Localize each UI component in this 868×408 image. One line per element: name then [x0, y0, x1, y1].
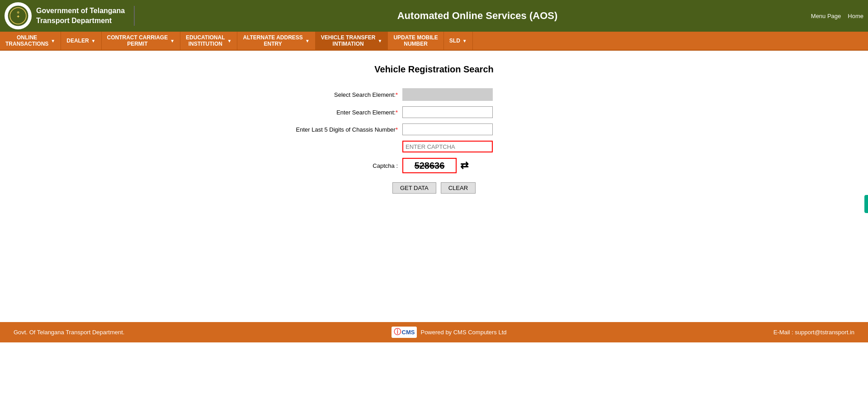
enter-search-element-label: Enter Search Element:*: [276, 109, 402, 116]
captcha-input-row: [276, 141, 592, 152]
dropdown-arrow: ▼: [462, 38, 467, 43]
captcha-refresh-icon[interactable]: ⇄: [460, 160, 468, 171]
nav-educational-institution[interactable]: EDUCATIONALINSTITUTION ▼: [180, 32, 237, 50]
logo: ✦ ☸: [5, 2, 32, 29]
dropdown-arrow: ▼: [51, 38, 55, 43]
main-content: Vehicle Registration Search Select Searc…: [0, 51, 868, 322]
required-marker: *: [396, 109, 398, 116]
footer-center: ⓘ CMS Powered by CMS Computers Ltd: [392, 327, 507, 338]
captcha-input-control: [402, 141, 592, 152]
captcha-value: 528636: [415, 161, 445, 171]
captcha-input[interactable]: [402, 141, 493, 152]
header-links: Menu Page Home: [811, 13, 863, 19]
search-form: Select Search Element:* Enter Search Ele…: [0, 88, 868, 194]
menu-page-link[interactable]: Menu Page: [811, 13, 841, 19]
cms-text: CMS: [402, 329, 415, 336]
nav-contract-carriage-permit[interactable]: CONTRACT CARRIAGEPERMIT ▼: [102, 32, 181, 50]
cms-icon: ⓘ: [394, 327, 401, 337]
dropdown-arrow: ▼: [227, 38, 232, 43]
chassis-number-row: Enter Last 5 Digits of Chassis Number*: [276, 123, 592, 135]
nav-online-transactions[interactable]: ONLINETRANSACTIONS ▼: [0, 32, 61, 50]
enter-search-element-input[interactable]: [402, 106, 493, 118]
footer-center-text: Powered by CMS Computers Ltd: [420, 329, 506, 336]
chassis-number-input[interactable]: [402, 123, 493, 135]
required-marker: *: [396, 91, 398, 98]
svg-text:☸: ☸: [17, 11, 19, 14]
navbar: ONLINETRANSACTIONS ▼ DEALER ▼ CONTRACT C…: [0, 32, 868, 51]
captcha-display-row: Captcha : 528636 ⇄: [276, 158, 592, 173]
chassis-number-control: [402, 123, 592, 135]
captcha-box: 528636 ⇄: [402, 158, 468, 173]
select-search-element-row: Select Search Element:*: [276, 88, 592, 101]
nav-sld[interactable]: SLD ▼: [444, 32, 473, 50]
select-search-element-control: [402, 88, 592, 101]
scroll-indicator: [864, 195, 868, 213]
dropdown-arrow: ▼: [377, 38, 382, 43]
cms-logo: ⓘ CMS: [392, 327, 417, 338]
nav-update-mobile-number[interactable]: UPDATE MOBILENUMBER: [388, 32, 443, 50]
footer-right-text: E-Mail : support@tstransport.in: [774, 329, 854, 336]
enter-search-element-control: [402, 106, 592, 118]
dropdown-arrow: ▼: [170, 38, 175, 43]
captcha-display: 528636: [402, 158, 457, 173]
enter-search-element-row: Enter Search Element:*: [276, 106, 592, 118]
header: ✦ ☸ Government of Telangana Transport De…: [0, 0, 868, 32]
department-name: Government of Telangana Transport Depart…: [36, 6, 135, 26]
form-buttons: GET DATA CLEAR: [392, 182, 476, 194]
nav-alternate-address-entry[interactable]: ALTERNATE ADDRESSENTRY ▼: [237, 32, 315, 50]
dropdown-arrow: ▼: [305, 38, 310, 43]
nav-vehicle-transfer-intimation[interactable]: VEHICLE TRANSFERINTIMATION ▼: [316, 32, 388, 50]
chassis-number-label: Enter Last 5 Digits of Chassis Number*: [276, 126, 402, 133]
select-search-element-label: Select Search Element:*: [276, 91, 402, 98]
captcha-label: Captcha :: [276, 162, 402, 169]
required-marker: *: [396, 126, 398, 133]
home-link[interactable]: Home: [848, 13, 863, 19]
footer-left-text: Govt. Of Telangana Transport Department.: [14, 329, 124, 336]
dropdown-arrow: ▼: [91, 38, 96, 43]
svg-text:✦: ✦: [16, 14, 20, 19]
app-title: Automated Online Services (AOS): [144, 10, 811, 22]
get-data-button[interactable]: GET DATA: [392, 182, 436, 194]
nav-dealer[interactable]: DEALER ▼: [61, 32, 101, 50]
select-search-element-placeholder: [402, 88, 493, 101]
clear-button[interactable]: CLEAR: [441, 182, 476, 194]
footer: Govt. Of Telangana Transport Department.…: [0, 322, 868, 342]
page-title: Vehicle Registration Search: [0, 64, 868, 75]
